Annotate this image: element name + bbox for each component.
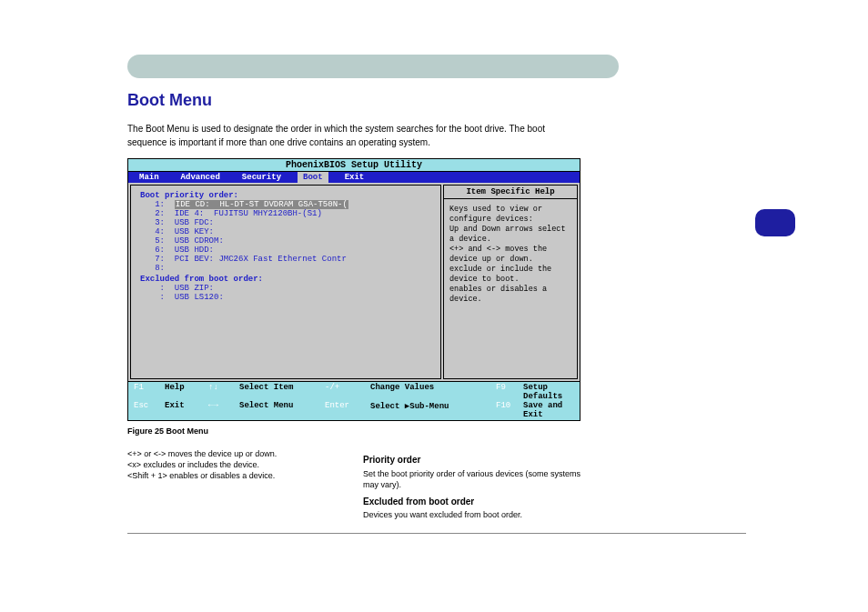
bios-tab-boot[interactable]: Boot: [298, 172, 328, 183]
key-f10: F10: [496, 401, 523, 419]
label-selmenu: Select Menu: [239, 401, 325, 419]
label-submenu: Select ▶Sub-Menu: [370, 401, 496, 419]
boot-item[interactable]: 2: IDE 4: FUJITSU MHY2120BH-(S1): [140, 209, 431, 218]
excluded-item[interactable]: : USB LS120:: [140, 293, 431, 302]
boot-item[interactable]: 6: USB HDD:: [140, 246, 431, 255]
bullet-3: <Shift + 1> enables or disables a device…: [127, 470, 347, 481]
bullet-1: <+> or <-> moves the device up or down.: [127, 448, 347, 459]
bios-tab-main[interactable]: Main: [134, 172, 165, 183]
label-help: Help: [165, 383, 208, 401]
subhead-excluded: Excluded from boot order: [363, 496, 582, 508]
para-priority: Set the boot priority order of various d…: [363, 468, 582, 490]
bios-help-pane: Item Specific Help Keys used to view or …: [443, 185, 578, 379]
bios-footer-row-1: F1 Help ↑↓ Select Item -/+ Change Values…: [128, 383, 580, 401]
boot-item[interactable]: 8:: [140, 264, 431, 273]
figure-label: Figure 25 Boot Menu: [127, 426, 580, 436]
key-enter: Enter: [325, 401, 370, 419]
boot-item[interactable]: 5: USB CDROM:: [140, 236, 431, 246]
col-left: <+> or <-> moves the device up or down. …: [127, 448, 347, 520]
label-selitem: Select Item: [239, 383, 325, 401]
para-excluded: Devices you want excluded from boot orde…: [363, 509, 582, 520]
subhead-priority: Priority order: [363, 454, 582, 467]
label-change: Change Values: [370, 383, 496, 401]
bios-title: PhoenixBIOS Setup Utility: [128, 159, 580, 172]
boot-item[interactable]: 7: PCI BEV: JMC26X Fast Ethernet Contr: [140, 255, 431, 264]
bios-screenshot: PhoenixBIOS Setup Utility Main Advanced …: [127, 158, 580, 421]
excluded-heading: Excluded from boot order:: [140, 275, 431, 284]
footer-rule: [127, 533, 746, 534]
boot-priority-heading: Boot priority order:: [140, 191, 431, 200]
label-save: Save and Exit: [523, 401, 574, 419]
key-f1: F1: [134, 383, 165, 401]
intro-paragraph: The Boot Menu is used to designate the o…: [127, 123, 582, 149]
lower-columns: <+> or <-> moves the device up or down. …: [127, 448, 582, 520]
key-updown: ↑↓: [208, 383, 239, 401]
label-defaults: Setup Defaults: [523, 383, 574, 401]
key-esc: Esc: [134, 401, 165, 419]
bullet-2: <x> excludes or includes the device.: [127, 459, 347, 470]
bios-footer: F1 Help ↑↓ Select Item -/+ Change Values…: [128, 381, 580, 420]
excluded-item[interactable]: : USB ZIP:: [140, 284, 431, 293]
boot-item[interactable]: 3: USB FDC:: [140, 218, 431, 227]
boot-item[interactable]: 1: IDE CD: HL-DT-ST DVDRAM GSA-T50N-(: [140, 200, 431, 209]
section-title: Boot Menu: [127, 91, 746, 110]
bios-help-body: Keys used to view or configure devices:U…: [444, 199, 577, 310]
bios-tab-exit[interactable]: Exit: [339, 172, 370, 183]
bios-tab-bar[interactable]: Main Advanced Security Boot Exit: [128, 172, 580, 183]
bios-footer-row-2: Esc Exit ←→ Select Menu Enter Select ▶Su…: [128, 401, 580, 419]
bios-tab-security[interactable]: Security: [237, 172, 287, 183]
col-right: Priority order Set the boot priority ord…: [363, 448, 582, 520]
chapter-bar: [127, 55, 619, 78]
key-leftright: ←→: [208, 401, 239, 419]
bios-tab-advanced[interactable]: Advanced: [176, 172, 226, 183]
key-plusminus: -/+: [325, 383, 370, 401]
bios-help-title: Item Specific Help: [444, 186, 577, 199]
bios-left-pane[interactable]: Boot priority order: 1: IDE CD: HL-DT-ST…: [130, 185, 441, 379]
boot-item[interactable]: 4: USB KEY:: [140, 227, 431, 236]
page-content: Boot Menu The Boot Menu is used to desig…: [127, 55, 746, 537]
page-number-badge: [755, 209, 795, 236]
label-exit: Exit: [165, 401, 208, 419]
key-f9: F9: [496, 383, 523, 401]
